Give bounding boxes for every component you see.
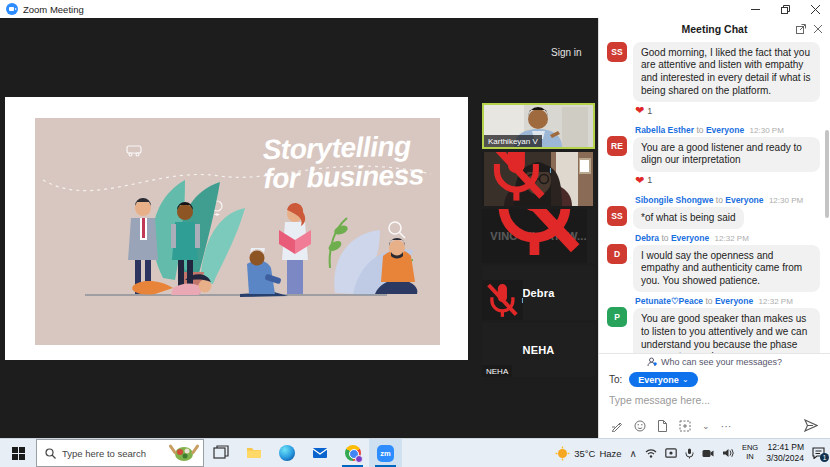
participant-name-label: VINO PILLAY IWFCI SA [482, 209, 587, 263]
chat-message-input[interactable] [609, 394, 820, 406]
message-meta: Sibongile Shongwe to Everyone 12:30 PM [635, 195, 820, 205]
sender-name: Rabella Esther [635, 125, 694, 135]
pop-out-icon[interactable] [796, 24, 806, 34]
message-time: 12:32 PM [759, 297, 793, 306]
microphone-icon[interactable] [685, 448, 694, 459]
minimize-button[interactable] [740, 0, 770, 18]
sign-in-link[interactable]: Sign in [551, 47, 582, 58]
edge-button[interactable] [270, 439, 303, 467]
recipient-name: Everyone [671, 233, 709, 243]
chat-title: Meeting Chat [682, 23, 748, 35]
presentation-slide: Storytelling for business [5, 97, 468, 360]
to-word: to [705, 296, 712, 306]
time-text: 12:41 PM [766, 442, 804, 453]
chat-message-list[interactable]: SS Good morning, I liked the fact that y… [599, 40, 830, 353]
recipient-name: Everyone [725, 195, 763, 205]
privacy-note[interactable]: Who can see your messages? [609, 357, 820, 367]
message-bubble: *of what is being said [633, 207, 744, 229]
date-text: 3/30/2024 [766, 453, 804, 464]
privacy-note-text: Who can see your messages? [661, 357, 782, 367]
start-button[interactable] [0, 439, 36, 467]
maximize-button[interactable] [770, 0, 800, 18]
message-bubble: Good morning, I liked the fact that you … [633, 42, 820, 102]
message-bubble: You are a good listener and ready to ali… [633, 137, 820, 172]
taskbar-search-box[interactable] [36, 439, 204, 467]
mail-icon [312, 445, 328, 461]
more-options-icon[interactable]: ··· [721, 420, 732, 432]
video-tile-vino[interactable]: VINO PILLAY IW... VINO PILLAY IWFCI SA [482, 209, 595, 263]
show-hidden-icons-chevron[interactable]: ∧ [630, 448, 637, 459]
task-view-button[interactable] [204, 439, 237, 467]
slide-illustration: Storytelling for business [35, 118, 440, 345]
emoji-icon[interactable] [634, 420, 646, 432]
avatar: SS [607, 206, 627, 226]
avatar: RE [607, 136, 627, 156]
format-icon[interactable] [611, 420, 623, 432]
zoom-app-taskbar-icon: zm [377, 445, 394, 462]
zoom-taskbar-button[interactable]: zm [369, 439, 402, 467]
close-button[interactable] [800, 0, 830, 18]
reaction-count: 1 [647, 175, 652, 185]
send-icon[interactable] [804, 419, 818, 432]
display-window-icon[interactable] [665, 448, 677, 458]
participant-name-label: Karthikeyan V [484, 135, 542, 147]
chat-message: SS Sibongile Shongwe to Everyone 12:30 P… [607, 193, 820, 229]
video-tile-karthikeyan[interactable]: Karthikeyan V [482, 103, 595, 149]
chat-footer: Who can see your messages? To: Everyone … [599, 353, 830, 438]
search-input[interactable] [62, 448, 163, 459]
window-controls [740, 0, 830, 18]
reaction-count: 1 [647, 106, 652, 116]
windows-taskbar: zm 35°C Haze ∧ ENG IN 12:41 PM 3/30/2024 [0, 438, 830, 467]
recipient-selector[interactable]: Everyone ⌄ [629, 372, 697, 387]
to-word: to [661, 233, 668, 243]
video-tile-debra[interactable]: Debra Debra [482, 266, 595, 320]
message-reaction[interactable]: ❤ 1 [635, 105, 820, 116]
avatar: D [607, 244, 627, 264]
chat-message: SS Good morning, I liked the fact that y… [607, 42, 820, 121]
participant-name-label: NEHA [482, 365, 512, 377]
recipient-selected: Everyone [638, 375, 679, 385]
system-tray: 35°C Haze ∧ ENG IN 12:41 PM 3/30/2024 1 [550, 439, 830, 467]
video-tile-celina[interactable]: Dr. Celina Joy [482, 152, 595, 206]
weather-condition: Haze [599, 448, 621, 459]
muted-mic-icon [486, 282, 519, 319]
message-reaction[interactable]: ❤ 1 [635, 175, 820, 186]
message-meta: Debra to Everyone 12:32 PM [635, 233, 820, 243]
file-explorer-button[interactable] [237, 439, 270, 467]
message-bubble: I would say the openness and empathy and… [633, 245, 820, 292]
notification-count-badge: 1 [820, 453, 829, 462]
privacy-person-icon [647, 357, 657, 367]
region-code: IN [742, 453, 758, 462]
heart-reaction-icon: ❤ [635, 105, 644, 116]
screenshot-chevron-icon[interactable]: ⌄ [702, 421, 710, 431]
speaker-icon[interactable] [722, 448, 734, 458]
to-word: to [696, 125, 703, 135]
participant-name-label: Dr. Celina Joy [482, 152, 551, 206]
chevron-down-icon: ⌄ [682, 378, 689, 382]
screenshot-icon[interactable] [679, 420, 691, 432]
chat-toolbar: ⌄ ··· [609, 419, 820, 436]
chat-close-icon[interactable] [814, 25, 822, 33]
mail-button[interactable] [303, 439, 336, 467]
search-highlight-image[interactable] [169, 442, 199, 464]
network-icon[interactable] [645, 448, 657, 458]
task-view-icon [213, 445, 229, 461]
video-tile-neha[interactable]: NEHA NEHA [482, 323, 595, 377]
file-explorer-icon [246, 445, 262, 461]
action-center-button[interactable]: 1 [812, 447, 825, 459]
participant-name: VINO PILLAY IWFCI SA [586, 209, 587, 211]
weather-widget[interactable]: 35°C Haze [555, 446, 621, 461]
file-icon[interactable] [657, 420, 668, 432]
chat-scrollbar[interactable] [825, 130, 829, 218]
language-indicator[interactable]: ENG IN [742, 444, 758, 461]
chrome-button[interactable] [336, 439, 369, 467]
sender-name: Sibongile Shongwe [635, 195, 713, 205]
camera-icon[interactable] [702, 449, 714, 458]
taskbar-clock[interactable]: 12:41 PM 3/30/2024 [766, 442, 804, 463]
zoom-meeting-window: Zoom Meeting Sign in [0, 0, 830, 467]
chrome-profile-badge [355, 455, 363, 463]
muted-mic-icon [486, 152, 547, 205]
chat-header: Meeting Chat [599, 18, 830, 40]
message-meta: Petunate♡Peace to Everyone 12:32 PM [635, 296, 820, 306]
message-time: 12:30 PM [769, 196, 803, 205]
